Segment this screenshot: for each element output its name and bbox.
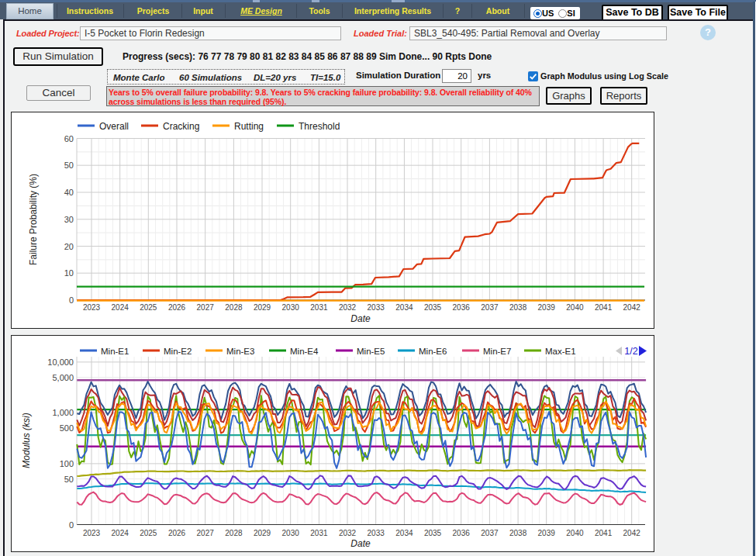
svg-text:2034: 2034	[395, 303, 413, 312]
svg-text:Threshold: Threshold	[299, 121, 340, 132]
svg-text:40: 40	[64, 188, 74, 197]
svg-text:2024: 2024	[112, 303, 129, 312]
svg-text:2032: 2032	[339, 529, 357, 537]
svg-text:Min-E7: Min-E7	[483, 347, 511, 356]
svg-text:2040: 2040	[566, 303, 584, 312]
svg-text:Min-E6: Min-E6	[419, 347, 447, 356]
svg-text:Min-E4: Min-E4	[290, 347, 319, 356]
svg-text:2024: 2024	[112, 529, 129, 537]
svg-text:2023: 2023	[83, 303, 101, 312]
svg-text:10,000: 10,000	[47, 357, 74, 367]
svg-text:2025: 2025	[140, 303, 157, 312]
svg-text:2026: 2026	[168, 303, 186, 312]
svg-text:2036: 2036	[453, 303, 471, 312]
svg-text:2027: 2027	[197, 529, 215, 537]
svg-text:2035: 2035	[424, 303, 442, 312]
svg-text:5,000: 5,000	[52, 373, 74, 382]
svg-text:2026: 2026	[168, 529, 186, 537]
svg-text:Date: Date	[350, 538, 371, 549]
svg-text:0: 0	[69, 520, 74, 530]
svg-text:2038: 2038	[509, 529, 527, 537]
svg-text:2037: 2037	[481, 303, 499, 312]
svg-text:30: 30	[64, 215, 74, 224]
svg-text:2029: 2029	[254, 529, 271, 537]
svg-text:2030: 2030	[282, 529, 300, 537]
svg-text:2042: 2042	[623, 529, 641, 537]
svg-text:Date: Date	[350, 313, 371, 324]
svg-text:50: 50	[64, 475, 74, 484]
svg-text:500: 500	[60, 423, 74, 433]
svg-text:Min-E1: Min-E1	[101, 347, 129, 356]
svg-text:2028: 2028	[225, 529, 243, 537]
svg-text:Failure Probability (%): Failure Probability (%)	[28, 174, 39, 265]
svg-text:1,000: 1,000	[52, 408, 74, 417]
svg-text:50: 50	[64, 161, 74, 170]
svg-text:2041: 2041	[595, 529, 613, 537]
svg-text:0: 0	[69, 295, 74, 305]
svg-text:2033: 2033	[368, 303, 385, 312]
svg-text:2031: 2031	[310, 529, 328, 537]
svg-text:Max-E1: Max-E1	[545, 347, 576, 356]
svg-text:2041: 2041	[595, 303, 613, 312]
svg-text:1/2: 1/2	[624, 346, 637, 357]
svg-text:2042: 2042	[623, 303, 641, 312]
svg-text:Rutting: Rutting	[234, 121, 264, 132]
svg-text:2040: 2040	[566, 529, 584, 537]
svg-text:100: 100	[60, 459, 74, 468]
svg-text:2037: 2037	[481, 529, 499, 537]
svg-text:Overall: Overall	[99, 121, 129, 132]
svg-text:2039: 2039	[538, 529, 556, 537]
svg-text:Modulus (ksi): Modulus (ksi)	[21, 413, 32, 468]
svg-text:2027: 2027	[197, 303, 215, 312]
svg-text:2035: 2035	[424, 529, 442, 537]
svg-text:2023: 2023	[83, 529, 101, 537]
svg-text:Min-E3: Min-E3	[226, 347, 254, 356]
svg-text:2025: 2025	[140, 529, 157, 537]
svg-text:60: 60	[64, 134, 74, 143]
svg-text:2036: 2036	[453, 529, 471, 537]
svg-text:Cracking: Cracking	[163, 121, 199, 132]
svg-text:2039: 2039	[538, 303, 556, 312]
svg-text:2034: 2034	[395, 529, 413, 537]
svg-text:2031: 2031	[310, 303, 328, 312]
svg-text:2030: 2030	[282, 303, 300, 312]
svg-text:Min-E2: Min-E2	[164, 347, 192, 356]
svg-text:20: 20	[64, 242, 74, 251]
svg-text:2029: 2029	[254, 303, 271, 312]
svg-text:2028: 2028	[225, 303, 243, 312]
svg-text:2032: 2032	[339, 303, 357, 312]
svg-text:10: 10	[64, 268, 74, 278]
svg-text:2038: 2038	[509, 303, 527, 312]
svg-text:2033: 2033	[368, 529, 385, 537]
svg-text:Min-E5: Min-E5	[357, 347, 385, 356]
